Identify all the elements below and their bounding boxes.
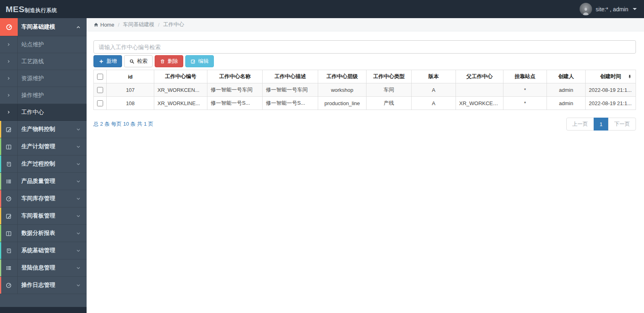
col-header-label: 工作中心名称 <box>219 73 251 79</box>
cell-type: 车间 <box>367 83 412 97</box>
col-header-desc[interactable]: 工作中心描述 <box>263 70 318 83</box>
cell-creator: admin <box>547 97 586 110</box>
cell-desc: 修一智能一号车间 <box>263 83 318 97</box>
breadcrumb-home[interactable]: Home <box>93 22 114 28</box>
sidebar-item-quality-management[interactable]: 产品质量管理 <box>0 173 87 190</box>
delete-button[interactable]: 删除 <box>155 55 183 67</box>
sidebar-item-label: 操作日志管理 <box>21 282 55 289</box>
breadcrumb: Home/车间基础建模/工作中心 <box>87 18 644 31</box>
chevron-down-icon <box>76 214 81 218</box>
columns-icon <box>6 144 12 150</box>
accent-strip <box>0 242 1 259</box>
columns-icon <box>6 230 12 236</box>
col-header-type[interactable]: 工作中心类型 <box>367 70 412 83</box>
breadcrumb-item: 车间基础建模 <box>123 21 154 28</box>
add-button[interactable]: 新增 <box>93 55 122 67</box>
chevron-right-icon <box>7 110 10 114</box>
sidebar-item-plan-management[interactable]: 生产计划管理 <box>0 138 87 155</box>
next-page-button[interactable]: 下一页 <box>608 118 636 131</box>
select-all-checkbox[interactable] <box>97 74 103 80</box>
col-header-creator[interactable]: 创建人 <box>547 70 586 83</box>
sidebar-item-icon-area <box>0 207 18 224</box>
col-header-label: 工作中心描述 <box>275 73 306 79</box>
brand-logo: MES制造执行系统 <box>6 4 57 14</box>
chevron-down-icon <box>76 127 81 132</box>
sidebar-item-process-control[interactable]: 生产过程控制 <box>0 155 87 173</box>
brand-primary-text: MES <box>6 4 25 14</box>
sidebar-subitem-icon-area <box>0 36 18 53</box>
col-header-parent[interactable]: 父工作中心 <box>456 70 503 83</box>
breadcrumb-separator: / <box>118 22 120 28</box>
sidebar-item-material-control[interactable]: 生产物料控制 <box>0 121 87 138</box>
edit-button[interactable]: 编辑 <box>185 55 214 67</box>
cell-type: 产线 <box>367 97 412 110</box>
col-header-level[interactable]: 工作中心层级 <box>318 70 367 83</box>
sidebar-item-station-maintenance[interactable]: 站点维护 <box>0 36 87 53</box>
sidebar-item-inventory-management[interactable]: 车间库存管理 <box>0 190 87 207</box>
col-header-station[interactable]: 挂靠站点 <box>503 70 547 83</box>
sidebar-item-workshop-modeling[interactable]: 车间基础建模 <box>0 18 87 36</box>
row-checkbox[interactable] <box>97 87 103 93</box>
sidebar-item-kanban-management[interactable]: 车间看板管理 <box>0 207 87 225</box>
chevron-up-icon <box>76 25 81 29</box>
table-header-row: id工作中心编号工作中心名称工作中心描述工作中心层级工作中心类型版本父工作中心挂… <box>94 70 636 83</box>
sidebar-item-label: 系统基础管理 <box>21 247 55 254</box>
page-button-1[interactable]: 1 <box>594 118 609 131</box>
sidebar-item-label: 工艺路线 <box>21 58 44 65</box>
pencil-square-icon <box>6 126 12 133</box>
sidebar-item-label: 资源维护 <box>21 75 44 82</box>
caret-down-icon <box>633 8 637 10</box>
sidebar-item-operation-maintenance[interactable]: 操作维护 <box>0 87 87 104</box>
cell-desc: 修一智能一号S... <box>263 97 318 110</box>
cell-id: 107 <box>107 83 154 97</box>
sidebar-item-process-route[interactable]: 工艺路线 <box>0 53 87 70</box>
sidebar-item-label: 产品质量管理 <box>21 178 55 185</box>
table-row: 107XR_WORKCEN...修一智能一号车间修一智能一号车间workshop… <box>94 83 636 97</box>
col-header-label: 创建时间 <box>600 73 621 79</box>
search-button[interactable]: 检索 <box>124 55 153 67</box>
col-header-label: 工作中心层级 <box>327 73 358 79</box>
delete-button-label: 删除 <box>168 58 178 65</box>
trash-icon <box>160 59 165 64</box>
sidebar-item-system-management[interactable]: 系统基础管理 <box>0 242 87 259</box>
sidebar-item-label: 车间看板管理 <box>21 212 55 220</box>
chevron-down-icon <box>76 283 81 288</box>
sidebar-item-label: 生产计划管理 <box>21 143 55 150</box>
chevron-down-icon <box>76 231 81 236</box>
chevron-down-icon <box>76 266 81 270</box>
col-header-version[interactable]: 版本 <box>412 70 456 83</box>
row-select-cell <box>94 83 107 97</box>
chevron-right-icon <box>7 60 10 63</box>
accent-strip <box>0 225 1 242</box>
sidebar-item-work-center[interactable]: 工作中心 <box>0 104 87 121</box>
sidebar-item-resource-maintenance[interactable]: 资源维护 <box>0 70 87 87</box>
sidebar-item-report-analysis[interactable]: 数据分析报表 <box>0 225 87 242</box>
row-checkbox[interactable] <box>97 100 103 106</box>
breadcrumb-home-label: Home <box>100 22 114 28</box>
cell-created: 2022-08-19 21:1... <box>586 97 636 110</box>
col-header-id[interactable]: id <box>107 70 154 83</box>
cell-parent: XR_WORKCEN... <box>456 97 503 110</box>
sidebar-item-login-info-management[interactable]: 登陆信息管理 <box>0 259 87 277</box>
sidebar-item-icon-area <box>0 138 18 155</box>
search-input[interactable] <box>93 40 636 54</box>
cell-station: * <box>503 83 547 97</box>
sidebar-item-label: 站点维护 <box>21 41 44 48</box>
col-header-name[interactable]: 工作中心名称 <box>207 70 263 83</box>
sidebar-subitem-icon-area <box>0 53 18 70</box>
pencil-square-icon <box>6 213 12 219</box>
col-header-created[interactable]: 创建时间 <box>586 70 636 83</box>
prev-page-button[interactable]: 上一页 <box>566 118 594 131</box>
avatar <box>580 3 592 15</box>
sidebar-subitem-icon-area <box>0 70 18 87</box>
work-center-table: id工作中心编号工作中心名称工作中心描述工作中心层级工作中心类型版本父工作中心挂… <box>93 70 636 110</box>
chevron-right-icon <box>7 93 10 97</box>
edit-button-label: 编辑 <box>198 58 209 65</box>
user-menu[interactable]: site:* , admin <box>580 3 637 15</box>
sidebar-item-label: 车间基础建模 <box>21 23 55 31</box>
cell-level: production_line <box>318 97 367 110</box>
sidebar-item-operation-log-management[interactable]: 操作日志管理 <box>0 277 87 294</box>
book-icon <box>6 161 12 167</box>
col-header-code[interactable]: 工作中心编号 <box>154 70 207 83</box>
col-header-label: 工作中心类型 <box>373 73 405 79</box>
